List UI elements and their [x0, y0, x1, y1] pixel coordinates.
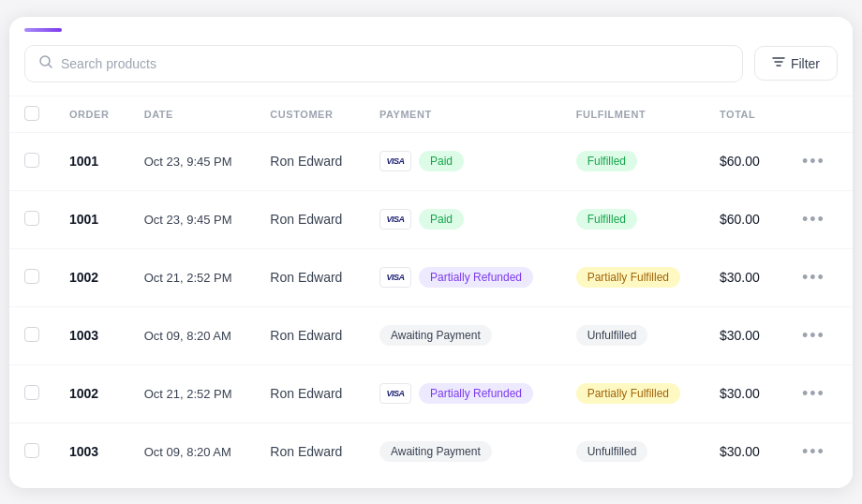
more-button[interactable]: •••	[795, 206, 833, 233]
actions-cell: •••	[780, 190, 853, 248]
fulfilment-badge: Partially Fulfilled	[576, 267, 680, 288]
payment-badge: Paid	[419, 209, 464, 230]
order-number-cell: 1002	[54, 248, 129, 306]
fulfilment-badge: Unfulfilled	[576, 325, 648, 346]
order-number: 1001	[69, 154, 98, 169]
row-checkbox[interactable]	[24, 443, 39, 458]
toolbar: Filter	[9, 32, 853, 96]
actions-cell: •••	[780, 132, 853, 190]
row-checkbox[interactable]	[24, 269, 39, 284]
total-cell: $30.00	[705, 248, 780, 306]
fulfilment-cell: Partially Fulfilled	[561, 364, 705, 422]
fulfilment-cell: Unfulfilled	[561, 422, 705, 481]
order-number: 1001	[69, 212, 98, 227]
row-checkbox-cell	[9, 248, 54, 306]
order-number-cell: 1001	[54, 132, 129, 190]
payment-badge: Paid	[419, 151, 464, 171]
payment-cell: VISA Partially Refunded	[364, 364, 561, 422]
date-cell: Oct 09, 8:20 AM	[129, 422, 256, 481]
date-cell: Oct 23, 9:45 PM	[129, 190, 256, 248]
total-cell: $30.00	[705, 422, 780, 481]
actions-cell: •••	[780, 364, 853, 422]
visa-icon: VISA	[379, 383, 411, 404]
total-cell: $60.00	[705, 190, 780, 248]
col-customer: CUSTOMER	[255, 96, 364, 132]
table-header-row: ORDER DATE CUSTOMER PAYMENT FULFILMENT T…	[9, 96, 853, 132]
customer-cell: Ron Edward	[255, 306, 364, 364]
table-row: 1003 Oct 09, 8:20 AMRon Edward Awaiting …	[9, 422, 853, 481]
row-checkbox-cell	[9, 422, 54, 481]
filter-label: Filter	[791, 56, 820, 71]
fulfilment-badge: Fulfilled	[576, 209, 637, 230]
filter-icon	[772, 55, 785, 71]
table-row: 1002 Oct 21, 2:52 PMRon Edward VISA Part…	[9, 364, 853, 422]
customer-cell: Ron Edward	[255, 248, 364, 306]
col-actions	[780, 96, 853, 132]
search-box	[24, 45, 743, 82]
fulfilment-cell: Fulfilled	[561, 132, 705, 190]
orders-table: ORDER DATE CUSTOMER PAYMENT FULFILMENT T…	[9, 96, 853, 481]
row-checkbox[interactable]	[24, 327, 39, 342]
total-cell: $30.00	[705, 306, 780, 364]
customer-cell: Ron Edward	[255, 422, 364, 481]
customer-cell: Ron Edward	[255, 190, 364, 248]
payment-cell: VISA Partially Refunded	[364, 248, 561, 306]
order-number: 1003	[69, 328, 98, 343]
row-checkbox[interactable]	[24, 385, 39, 400]
order-number-cell: 1003	[54, 422, 129, 481]
fulfilment-badge: Unfulfilled	[576, 441, 648, 462]
row-checkbox-cell	[9, 306, 54, 364]
order-number-cell: 1003	[54, 306, 129, 364]
search-icon	[38, 54, 53, 73]
search-input[interactable]	[61, 56, 729, 71]
actions-cell: •••	[780, 306, 853, 364]
total-cell: $60.00	[705, 132, 780, 190]
order-number: 1002	[69, 386, 98, 401]
select-all-checkbox[interactable]	[24, 106, 39, 121]
row-checkbox-cell	[9, 364, 54, 422]
more-button[interactable]: •••	[795, 264, 833, 291]
row-checkbox[interactable]	[24, 153, 39, 168]
more-button[interactable]: •••	[795, 148, 833, 175]
actions-cell: •••	[780, 422, 853, 481]
filter-button[interactable]: Filter	[754, 46, 838, 81]
payment-cell: Awaiting Payment	[364, 422, 561, 481]
order-number: 1003	[69, 444, 98, 459]
fulfilment-badge: Partially Fulfilled	[576, 383, 680, 404]
order-number-cell: 1002	[54, 364, 129, 422]
col-order: ORDER	[54, 96, 129, 132]
fulfilment-cell: Unfulfilled	[561, 306, 705, 364]
date-cell: Oct 23, 9:45 PM	[129, 132, 256, 190]
orders-card: Filter ORDER DATE CUSTOMER PAYMENT FULFI…	[9, 17, 853, 488]
visa-icon: VISA	[379, 151, 411, 171]
customer-cell: Ron Edward	[255, 132, 364, 190]
total-cell: $30.00	[705, 364, 780, 422]
fulfilment-badge: Fulfilled	[576, 151, 637, 171]
payment-badge: Partially Refunded	[419, 383, 533, 404]
row-checkbox[interactable]	[24, 211, 39, 226]
date-cell: Oct 21, 2:52 PM	[129, 248, 256, 306]
date-cell: Oct 21, 2:52 PM	[129, 364, 256, 422]
order-number: 1002	[69, 270, 98, 285]
col-total: TOTAL	[705, 96, 780, 132]
more-button[interactable]: •••	[795, 322, 833, 349]
more-button[interactable]: •••	[795, 438, 833, 466]
fulfilment-cell: Partially Fulfilled	[561, 248, 705, 306]
payment-badge: Partially Refunded	[419, 267, 533, 288]
customer-cell: Ron Edward	[255, 364, 364, 422]
row-checkbox-cell	[9, 132, 54, 190]
payment-cell: VISA Paid	[364, 190, 561, 248]
payment-cell: VISA Paid	[364, 132, 561, 190]
payment-cell: Awaiting Payment	[364, 306, 561, 364]
row-checkbox-cell	[9, 190, 54, 248]
table-row: 1003 Oct 09, 8:20 AMRon Edward Awaiting …	[9, 306, 853, 364]
table-row: 1001 Oct 23, 9:45 PMRon Edward VISA Paid…	[9, 132, 853, 190]
visa-icon: VISA	[379, 267, 411, 288]
order-number-cell: 1001	[54, 190, 129, 248]
table-row: 1002 Oct 21, 2:52 PMRon Edward VISA Part…	[9, 248, 853, 306]
more-button[interactable]: •••	[795, 380, 833, 408]
date-cell: Oct 09, 8:20 AM	[129, 306, 256, 364]
payment-badge: Awaiting Payment	[379, 441, 492, 462]
col-fulfilment: FULFILMENT	[561, 96, 705, 132]
col-payment: PAYMENT	[364, 96, 561, 132]
